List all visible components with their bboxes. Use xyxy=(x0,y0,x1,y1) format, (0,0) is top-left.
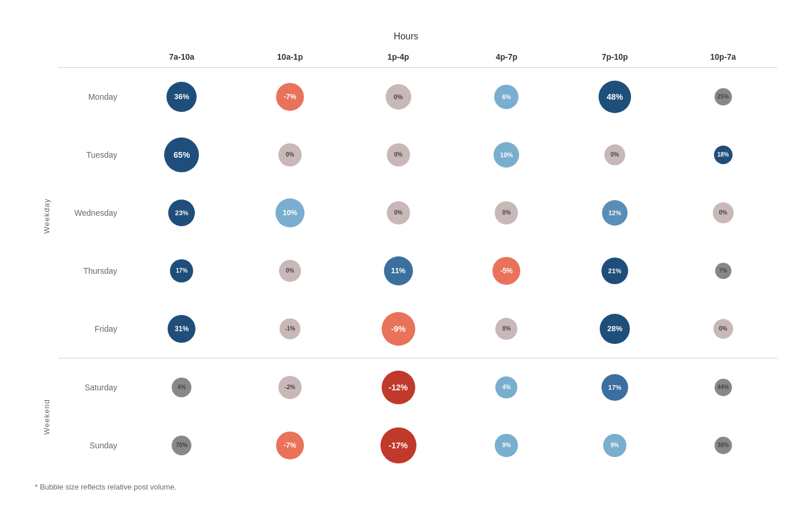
table-area: 7a-10a 10a-1p 1p-4p 4p-7p 7p-10p 10p-7a … xyxy=(58,48,777,474)
section-weekend: Saturday4%-2%-12%4%17%44%Sunday70%-7%-17… xyxy=(58,358,777,474)
col-header-4: 7p-10p xyxy=(561,48,669,67)
bubble: -12% xyxy=(382,371,415,404)
day-label: Sunday xyxy=(58,441,128,450)
bubble: 9% xyxy=(603,434,626,457)
data-cell: -9% xyxy=(344,312,452,346)
bubble: 36% xyxy=(166,82,197,112)
bubble: 12% xyxy=(602,200,628,226)
bubble: 0% xyxy=(495,201,518,224)
bubble: 0% xyxy=(279,260,301,282)
bubble: -2% xyxy=(278,376,302,399)
y-axis: Weekday Weekend xyxy=(35,48,58,474)
data-cell: 0% xyxy=(452,201,561,224)
data-cell: 70% xyxy=(128,436,236,455)
col-header-3: 4p-7p xyxy=(452,48,561,67)
bubble: 0% xyxy=(713,319,733,339)
bubble: 10% xyxy=(276,198,304,227)
data-cell: 0% xyxy=(344,201,452,224)
bubble: 25% xyxy=(715,88,732,106)
data-cell: 31% xyxy=(128,315,236,343)
data-cell: 4% xyxy=(452,376,561,398)
data-cell: -7% xyxy=(236,83,345,111)
bubble: 0% xyxy=(604,144,625,165)
data-cell: 6% xyxy=(452,85,561,109)
bubble: -5% xyxy=(492,257,520,285)
bubble: 17% xyxy=(601,374,628,401)
table-row: Monday36%-7%0%6%48%25% xyxy=(58,68,777,126)
data-cell: -12% xyxy=(344,371,452,404)
data-cell: 38% xyxy=(669,437,777,454)
data-cell: -5% xyxy=(452,257,561,285)
data-cell: 10% xyxy=(236,198,345,227)
col-header-2: 1p-4p xyxy=(344,48,452,67)
bubble: -7% xyxy=(276,432,304,459)
table-row: Wednesday23%10%0%0%12%0% xyxy=(58,184,777,242)
data-cell: 25% xyxy=(669,88,777,106)
data-cell: 12% xyxy=(561,200,669,226)
bubble: 11% xyxy=(384,256,413,285)
bubble: 4% xyxy=(172,378,191,397)
data-cell: 0% xyxy=(669,202,777,223)
data-cell: 18% xyxy=(669,146,777,164)
data-cell: 9% xyxy=(561,434,669,457)
data-cell: 23% xyxy=(128,200,236,226)
data-rows: Monday36%-7%0%6%48%25%Tuesday65%0%0%10%0… xyxy=(58,68,777,474)
table-row: Sunday70%-7%-17%9%9%38% xyxy=(58,416,777,474)
bubble: 0% xyxy=(387,201,410,224)
bubble: -17% xyxy=(380,427,416,463)
data-cell: 11% xyxy=(344,256,452,285)
bubble: 65% xyxy=(164,137,199,172)
data-cell: 21% xyxy=(561,258,669,284)
data-cell: 7% xyxy=(669,263,777,279)
bubble: 0% xyxy=(278,143,302,166)
data-cell: 0% xyxy=(236,143,345,166)
bubble: 70% xyxy=(172,436,191,455)
bubble: 4% xyxy=(495,376,517,398)
day-label: Tuesday xyxy=(58,150,128,160)
footnote: * Bubble size reflects relative post vol… xyxy=(35,483,777,491)
data-cell: 0% xyxy=(344,143,452,166)
data-cell: 0% xyxy=(344,84,452,110)
bubble: -9% xyxy=(382,312,415,346)
data-cell: 9% xyxy=(452,434,561,457)
bubble: 38% xyxy=(715,437,732,454)
data-cell: 10% xyxy=(452,142,561,168)
day-label: Thursday xyxy=(58,266,128,276)
data-cell: 17% xyxy=(128,259,236,282)
data-cell: 0% xyxy=(561,144,669,165)
col-header-5: 10p-7a xyxy=(669,48,777,67)
table-row: Friday31%-1%-9%0%28%0% xyxy=(58,300,777,358)
bubble: 48% xyxy=(599,81,631,113)
data-cell: 48% xyxy=(561,81,669,113)
col-header-1: 10a-1p xyxy=(236,48,345,67)
data-cell: 65% xyxy=(128,137,236,172)
table-row: Saturday4%-2%-12%4%17%44% xyxy=(58,358,777,416)
bubble: 0% xyxy=(387,143,410,166)
day-label: Wednesday xyxy=(58,208,128,217)
bubble: 0% xyxy=(386,84,411,110)
data-cell: -2% xyxy=(236,376,345,399)
day-label: Monday xyxy=(58,92,128,102)
header-row: 7a-10a 10a-1p 1p-4p 4p-7p 7p-10p 10p-7a xyxy=(58,48,777,68)
day-label: Friday xyxy=(58,324,128,334)
data-cell: -1% xyxy=(236,318,345,339)
data-cell: 36% xyxy=(128,82,236,112)
day-label: Saturday xyxy=(58,383,128,392)
chart-container: Hours Weekday Weekend 7a-10a 10a-1p 1p-4… xyxy=(17,20,795,503)
bubble: 6% xyxy=(494,85,519,109)
data-cell: 44% xyxy=(669,379,777,396)
data-cell: 4% xyxy=(128,378,236,397)
data-cell: 17% xyxy=(561,374,669,401)
bubble: 7% xyxy=(715,263,731,279)
data-cell: 0% xyxy=(452,318,561,340)
data-cell: -7% xyxy=(236,432,345,459)
bubble: 31% xyxy=(168,315,195,343)
data-cell: 28% xyxy=(561,314,669,344)
bubble: 17% xyxy=(170,259,193,282)
table-row: Thursday17%0%11%-5%21%7% xyxy=(58,242,777,300)
bubble: 28% xyxy=(600,314,630,344)
bubble: 0% xyxy=(713,202,734,223)
bubble: 21% xyxy=(601,258,628,284)
y-label-weekday: Weekday xyxy=(35,73,58,360)
bubble: -1% xyxy=(280,318,300,339)
